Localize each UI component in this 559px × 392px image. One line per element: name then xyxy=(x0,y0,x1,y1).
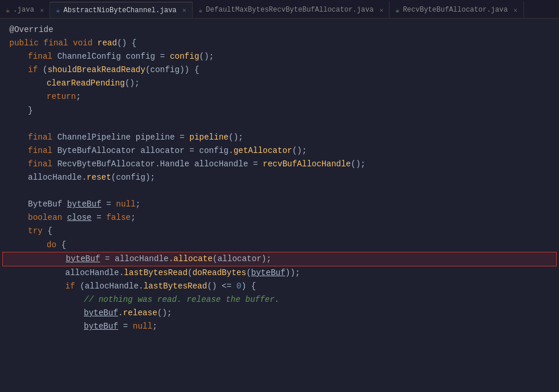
code-line-12: allocHandle.reset(config); xyxy=(0,171,559,184)
tab-java-label: .java xyxy=(13,6,34,14)
code-line-10: final ByteBufAllocator allocator = confi… xyxy=(0,144,559,158)
code-line-16: try { xyxy=(0,224,559,238)
tab-abstract[interactable]: ☕ AbstractNioByteChannel.java ✕ xyxy=(50,2,193,18)
code-line-11: final RecvByteBufAllocator.Handle allocH… xyxy=(0,158,559,171)
code-line-9: final ChannelPipeline pipeline = pipelin… xyxy=(0,131,559,144)
code-line-19: allocHandle.lastBytesRead(doReadBytes(by… xyxy=(0,266,559,280)
code-line-1: @Override xyxy=(0,23,559,37)
code-line-4: if (shouldBreakReadReady(config)) { xyxy=(0,63,559,77)
tab-recv-icon: ☕ xyxy=(395,6,399,14)
tab-recv[interactable]: ☕ RecvByteBufAllocator.java ✕ xyxy=(390,2,523,18)
code-line-13 xyxy=(0,184,559,198)
code-line-21: // nothing was read. release the buffer. xyxy=(0,293,559,307)
code-line-14: ByteBuf byteBuf = null; xyxy=(0,198,559,211)
tab-recv-label: RecvByteBufAllocator.java xyxy=(403,6,508,14)
code-line-3: final ChannelConfig config = config(); xyxy=(0,50,559,63)
code-line-15: boolean close = false; xyxy=(0,211,559,224)
tab-default-label: DefaultMaxBytesRecvByteBufAllocator.java xyxy=(206,6,374,14)
code-line-23: byteBuf = null; xyxy=(0,320,559,333)
code-line-2: public final void read() { xyxy=(0,37,559,50)
annotation-override: @Override xyxy=(9,23,54,37)
code-line-22: byteBuf.release(); xyxy=(0,307,559,320)
code-line-7: } xyxy=(0,104,559,117)
code-line-5: clearReadPending(); xyxy=(0,77,559,90)
tab-bar: ☕ .java ✕ ☕ AbstractNioByteChannel.java … xyxy=(0,0,559,19)
tab-abstract-icon: ☕ xyxy=(56,6,60,14)
code-line-20: if (allocHandle.lastBytesRead() <= 0) { xyxy=(0,280,559,293)
tab-default-icon: ☕ xyxy=(199,6,203,14)
code-line-8 xyxy=(0,117,559,131)
code-editor: @Override public final void read() { fin… xyxy=(0,19,559,392)
tab-abstract-close[interactable]: ✕ xyxy=(182,6,186,14)
tab-default[interactable]: ☕ DefaultMaxBytesRecvByteBufAllocator.ja… xyxy=(193,2,390,18)
code-line-18-highlighted: byteBuf = allocHandle.allocate(allocator… xyxy=(2,252,557,266)
tab-abstract-label: AbstractNioByteChannel.java xyxy=(63,6,176,15)
tab-java[interactable]: ☕ .java ✕ xyxy=(0,2,50,18)
tab-java-close[interactable]: ✕ xyxy=(40,6,44,14)
code-line-6: return; xyxy=(0,90,559,104)
tab-java-icon: ☕ xyxy=(6,6,10,14)
tab-recv-close[interactable]: ✕ xyxy=(514,6,518,14)
code-line-17: do { xyxy=(0,238,559,252)
tab-default-close[interactable]: ✕ xyxy=(380,6,384,14)
